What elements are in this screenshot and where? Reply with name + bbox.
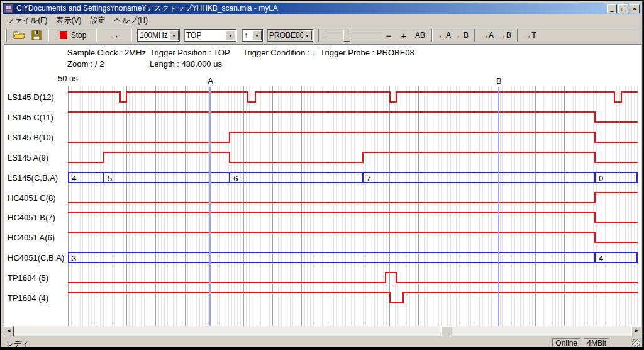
trigger-position-readout: Trigger Position : TOP bbox=[150, 48, 230, 57]
bus-trace bbox=[69, 172, 637, 183]
move-b-left-button[interactable]: ←B bbox=[454, 28, 470, 42]
zoom-in-button[interactable]: + bbox=[397, 28, 410, 42]
toolbar-grip[interactable] bbox=[5, 29, 7, 42]
bus-value: 6 bbox=[233, 174, 238, 183]
move-b-right-button[interactable]: →B bbox=[497, 28, 513, 42]
app-icon[interactable] bbox=[4, 4, 14, 13]
signal-label[interactable]: TP1684 (5) bbox=[8, 273, 48, 283]
waveform-traces: 4567034 bbox=[68, 86, 638, 326]
stop-red-square-icon bbox=[60, 31, 67, 39]
signal-label[interactable]: LS145(C,B,A) bbox=[8, 173, 58, 183]
signal-label[interactable]: HC4051 C(8) bbox=[8, 193, 56, 203]
toolbar-separator bbox=[131, 29, 132, 42]
title-bar[interactable]: C:¥Documents and Settings¥noname¥デスクトップ¥… bbox=[3, 3, 641, 14]
status-ready-text: レディ bbox=[6, 339, 30, 349]
toolbar-separator bbox=[431, 29, 433, 42]
digital-trace bbox=[68, 232, 638, 242]
run-button[interactable]: → bbox=[102, 28, 127, 42]
bus-value: 4 bbox=[599, 254, 603, 263]
signal-label[interactable]: LS145 A(9) bbox=[8, 153, 48, 162]
menu-view[interactable]: 表示(V) bbox=[52, 14, 86, 26]
digital-trace bbox=[68, 273, 638, 283]
app-window: C:¥Documents and Settings¥noname¥デスクトップ¥… bbox=[1, 1, 643, 347]
status-online-badge: Online bbox=[552, 338, 580, 347]
zoom-slider-track[interactable] bbox=[325, 35, 382, 37]
resize-grip[interactable] bbox=[632, 339, 640, 347]
trigger-edge-combo[interactable]: ↑ ▼ bbox=[242, 29, 263, 42]
menu-settings[interactable]: 設定 bbox=[86, 14, 109, 26]
scrollbar-thumb[interactable] bbox=[441, 326, 452, 336]
goto-trigger-button[interactable]: →T bbox=[522, 28, 538, 42]
scroll-left-arrow-icon[interactable]: ◄ bbox=[4, 326, 14, 336]
timebase-label: 50 us bbox=[58, 74, 78, 83]
trigger-probe-readout: Trigger Probe : PROBE08 bbox=[320, 48, 414, 57]
window-title: C:¥Documents and Settings¥noname¥デスクトップ¥… bbox=[16, 3, 278, 14]
digital-trace bbox=[68, 293, 638, 303]
toolbar: Stop → 100MHz ▼ TOP ▼ ↑ ▼ PROBE00 ▼ − + … bbox=[3, 26, 641, 43]
bus-trace bbox=[69, 252, 637, 262]
chevron-down-icon[interactable]: ▼ bbox=[169, 30, 179, 40]
digital-trace bbox=[68, 92, 638, 102]
chevron-down-icon[interactable]: ▼ bbox=[303, 30, 312, 40]
digital-trace bbox=[68, 132, 638, 142]
sample-clock-value: 100MHz bbox=[138, 31, 169, 40]
signal-label[interactable]: LS145 C(11) bbox=[8, 113, 53, 122]
trigger-edge-value: ↑ bbox=[242, 31, 252, 40]
probe-value: PROBE00 bbox=[267, 31, 303, 40]
signal-label[interactable]: HC4051 A(6) bbox=[8, 233, 55, 242]
bus-value: 5 bbox=[108, 174, 112, 183]
menu-file[interactable]: ファイル(F) bbox=[3, 14, 52, 26]
waveform-plot[interactable]: 4567034 bbox=[68, 86, 638, 326]
stop-button[interactable]: Stop bbox=[55, 28, 91, 42]
ab-cursors-button[interactable]: AB bbox=[413, 28, 428, 42]
sample-clock-combo[interactable]: 100MHz ▼ bbox=[137, 29, 180, 42]
chevron-down-icon[interactable]: ▼ bbox=[226, 30, 235, 40]
zoom-slider-thumb[interactable] bbox=[343, 30, 350, 42]
floppy-disk-icon bbox=[31, 30, 42, 40]
signal-label[interactable]: HC4051(C,B,A) bbox=[8, 253, 64, 262]
zoom-readout: Zoom : / 2 bbox=[67, 59, 104, 69]
digital-trace bbox=[68, 152, 638, 162]
maximize-button[interactable]: □ bbox=[618, 4, 628, 13]
trigger-position-value: TOP bbox=[184, 31, 226, 40]
waveform-client-area: Sample Clock : 2MHz Trigger Position : T… bbox=[4, 44, 641, 326]
zoom-out-button[interactable]: − bbox=[382, 28, 395, 42]
status-memory-badge: 4MBit bbox=[584, 338, 609, 347]
signal-label[interactable]: HC4051 B(7) bbox=[8, 213, 55, 222]
bus-value: 0 bbox=[599, 174, 603, 183]
toolbar-separator bbox=[96, 29, 97, 42]
digital-trace bbox=[68, 212, 638, 222]
signal-label[interactable]: TP1684 (4) bbox=[8, 293, 48, 303]
bus-value: 3 bbox=[72, 254, 76, 263]
menu-help[interactable]: ヘルプ(H) bbox=[109, 14, 152, 26]
signal-label[interactable]: LS145 B(10) bbox=[8, 133, 53, 142]
bus-value: 7 bbox=[367, 174, 371, 183]
move-a-left-button[interactable]: ←A bbox=[436, 28, 453, 42]
move-a-right-button[interactable]: →A bbox=[479, 28, 496, 42]
menu-bar: ファイル(F) 表示(V) 設定 ヘルプ(H) bbox=[3, 15, 641, 26]
open-folder-icon bbox=[13, 30, 26, 40]
probe-combo[interactable]: PROBE00 ▼ bbox=[267, 29, 313, 42]
digital-trace bbox=[68, 112, 638, 122]
sample-clock-readout: Sample Clock : 2MHz bbox=[67, 48, 146, 57]
digital-trace bbox=[68, 193, 638, 203]
cursor-label-b[interactable]: B bbox=[496, 76, 502, 86]
toolbar-separator bbox=[474, 29, 475, 42]
trigger-condition-readout: Trigger Condition : ↓ bbox=[243, 48, 316, 57]
stop-button-label: Stop bbox=[71, 31, 87, 40]
cursor-label-a[interactable]: A bbox=[208, 76, 213, 86]
length-readout: Length : 488.000 us bbox=[150, 59, 222, 69]
horizontal-scrollbar[interactable]: ◄ ► bbox=[4, 326, 641, 336]
chevron-down-icon[interactable]: ▼ bbox=[252, 30, 262, 40]
trigger-position-combo[interactable]: TOP ▼ bbox=[184, 29, 236, 42]
minimize-button[interactable]: _ bbox=[607, 4, 617, 13]
scroll-right-arrow-icon[interactable]: ► bbox=[631, 326, 641, 336]
toolbar-separator bbox=[318, 29, 319, 42]
close-button[interactable]: × bbox=[630, 4, 640, 13]
signal-label[interactable]: LS145 D(12) bbox=[8, 93, 54, 102]
save-file-button[interactable] bbox=[29, 28, 44, 42]
open-file-button[interactable] bbox=[11, 28, 28, 42]
toolbar-separator bbox=[517, 29, 518, 42]
toolbar-separator bbox=[48, 29, 49, 42]
bus-value: 4 bbox=[72, 174, 76, 183]
